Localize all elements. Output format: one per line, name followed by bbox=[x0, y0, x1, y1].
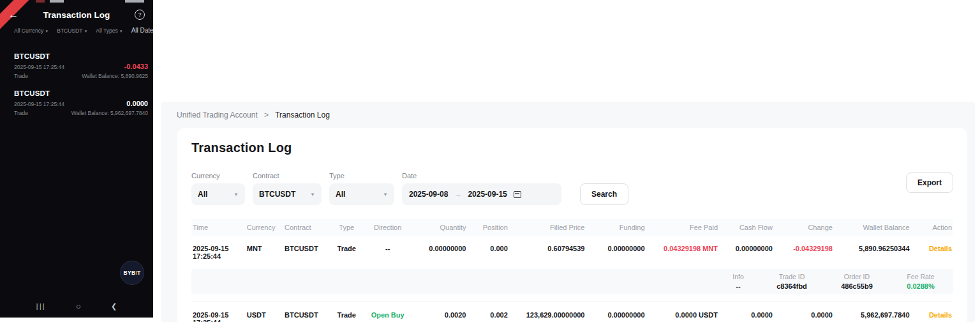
badge-text: T bbox=[137, 270, 141, 276]
cell-cash-flow: 0.0000 bbox=[721, 302, 776, 322]
col-currency[interactable]: Currency bbox=[244, 219, 281, 236]
table-row: 2025-09-15 17:25:44 USDT BTCUSDT Trade O… bbox=[191, 302, 953, 322]
col-change[interactable]: Change bbox=[776, 219, 836, 236]
filter-label: All Dates bbox=[131, 27, 153, 34]
contract-filter-group: Contract BTCUSDT ▼ bbox=[253, 172, 322, 205]
list-item[interactable]: BTCUSDT 2025-09-15 17:25:44 -0.0433 Trad… bbox=[14, 52, 148, 79]
chevron-down-icon: ▼ bbox=[310, 192, 315, 197]
transaction-log-card: Transaction Log Currency All ▼ Contract … bbox=[177, 128, 967, 322]
cell-direction: Open Buy bbox=[364, 302, 412, 322]
mobile-app-panel: Transaction Log ← ? All Currency▼ BTCUSD… bbox=[0, 0, 153, 318]
nav-back-icon[interactable]: ❮ bbox=[111, 302, 117, 310]
col-action[interactable]: Action bbox=[913, 219, 953, 236]
table-detail-row: Info -- Trade ID c8364fbd Order ID 486c5… bbox=[191, 263, 953, 302]
type-filter-group: Type All ▼ bbox=[329, 172, 394, 205]
chevron-down-icon: ▼ bbox=[119, 29, 123, 33]
cell-change: -0.04329198 bbox=[776, 236, 836, 263]
type-value: All bbox=[336, 190, 345, 199]
col-fee-paid[interactable]: Fee Paid bbox=[648, 219, 721, 236]
cell-change: 0.0000 bbox=[776, 302, 836, 322]
recents-icon[interactable]: ||| bbox=[36, 303, 46, 310]
currency-select[interactable]: All ▼ bbox=[191, 183, 245, 205]
date-label: Date bbox=[402, 172, 561, 180]
cell-type: Trade bbox=[330, 236, 364, 263]
mobile-filter-bar: All Currency▼ BTCUSDT▼ All Types▼ All Da… bbox=[0, 27, 153, 34]
col-quantity[interactable]: Quantity bbox=[412, 219, 469, 236]
breadcrumb-parent[interactable]: Unified Trading Account bbox=[177, 111, 258, 119]
contract-label: Contract bbox=[253, 172, 322, 180]
cell-contract: BTCUSDT bbox=[281, 236, 330, 263]
home-icon[interactable]: ○ bbox=[76, 302, 81, 311]
table-row: 2025-09-15 17:25:44 MNT BTCUSDT Trade --… bbox=[191, 236, 953, 263]
help-icon[interactable]: ? bbox=[135, 10, 145, 20]
cell-time: 2025-09-15 17:25:44 bbox=[191, 236, 244, 263]
col-type[interactable]: Type bbox=[330, 219, 364, 236]
entry-change: -0.0433 bbox=[124, 63, 148, 70]
cell-fee-paid: 0.0000 USDT bbox=[648, 302, 721, 322]
entry-time: 2025-09-15 17:25:44 bbox=[14, 64, 64, 70]
cell-direction: -- bbox=[364, 236, 412, 263]
detail-box: Info -- Trade ID c8364fbd Order ID 486c5… bbox=[191, 269, 953, 294]
mobile-page-title: Transaction Log bbox=[0, 10, 153, 20]
filter-label: BTCUSDT bbox=[57, 27, 82, 34]
date-range-input[interactable]: 2025-09-08 → 2025-09-15 bbox=[402, 183, 561, 205]
entry-change: 0.0000 bbox=[126, 100, 148, 107]
search-button[interactable]: Search bbox=[580, 183, 628, 205]
statusbar-fragment bbox=[50, 0, 64, 3]
cell-funding: 0.00000000 bbox=[588, 236, 648, 263]
cell-wallet-balance: 5,962,697.7840 bbox=[836, 302, 913, 322]
details-link[interactable]: Details bbox=[929, 245, 952, 252]
cell-type: Trade bbox=[330, 302, 364, 322]
entry-type: Trade bbox=[14, 110, 28, 116]
filter-label: All Currency bbox=[14, 27, 43, 34]
breadcrumb-separator: > bbox=[264, 111, 269, 119]
entry-symbol: BTCUSDT bbox=[14, 89, 148, 97]
col-funding[interactable]: Funding bbox=[588, 219, 648, 236]
contract-value: BTCUSDT bbox=[259, 190, 295, 199]
list-item[interactable]: BTCUSDT 2025-09-15 17:25:44 0.0000 Trade… bbox=[14, 89, 148, 116]
filter-all-dates[interactable]: All Dates▼ bbox=[131, 27, 153, 34]
col-cash-flow[interactable]: Cash Flow bbox=[721, 219, 776, 236]
transaction-table: Time Currency Contract Type Direction Qu… bbox=[191, 219, 953, 322]
page-title: Transaction Log bbox=[191, 141, 953, 155]
mobile-transaction-list: BTCUSDT 2025-09-15 17:25:44 -0.0433 Trad… bbox=[0, 42, 153, 116]
col-position[interactable]: Position bbox=[469, 219, 510, 236]
entry-type: Trade bbox=[14, 73, 28, 79]
date-end[interactable]: 2025-09-15 bbox=[468, 190, 507, 199]
chevron-down-icon: ▼ bbox=[383, 192, 388, 197]
col-filled-price[interactable]: Filled Price bbox=[511, 219, 588, 236]
entry-wallet-balance: Wallet Balance: 5,962,697.7840 bbox=[71, 110, 148, 116]
mobile-header: Transaction Log ← ? bbox=[0, 5, 153, 24]
detail-trade-id: Trade ID c8364fbd bbox=[759, 273, 824, 290]
col-contract[interactable]: Contract bbox=[281, 219, 330, 236]
filter-all-types[interactable]: All Types▼ bbox=[96, 27, 122, 34]
filter-btcusdt[interactable]: BTCUSDT▼ bbox=[57, 27, 87, 34]
calendar-icon[interactable] bbox=[514, 191, 521, 198]
bybit-floating-badge[interactable]: BYBIT bbox=[120, 261, 144, 285]
col-time[interactable]: Time bbox=[191, 219, 244, 236]
cell-fee-paid: 0.04329198 MNT bbox=[648, 236, 721, 263]
chevron-down-icon: ▼ bbox=[45, 29, 48, 33]
cell-filled-price: 123,629.00000000 bbox=[511, 302, 588, 322]
filter-all-currency[interactable]: All Currency▼ bbox=[14, 27, 48, 34]
export-button[interactable]: Export bbox=[906, 172, 953, 193]
cell-wallet-balance: 5,890.96250344 bbox=[836, 236, 913, 263]
date-start[interactable]: 2025-09-08 bbox=[409, 190, 448, 199]
cell-currency: MNT bbox=[244, 236, 281, 263]
details-link[interactable]: Details bbox=[929, 311, 952, 319]
cell-contract: BTCUSDT bbox=[281, 302, 330, 322]
cell-position: 0.002 bbox=[469, 302, 510, 322]
cell-quantity: 0.00000000 bbox=[412, 236, 469, 263]
desktop-page: Unified Trading Account > Transaction Lo… bbox=[161, 102, 975, 322]
cell-cash-flow: 0.00000000 bbox=[721, 236, 776, 263]
range-arrow-icon: → bbox=[454, 190, 461, 198]
badge-text: BYB bbox=[123, 270, 135, 276]
col-direction[interactable]: Direction bbox=[364, 219, 412, 236]
breadcrumb-current: Transaction Log bbox=[275, 111, 330, 119]
cell-filled-price: 0.60794539 bbox=[511, 236, 588, 263]
type-label: Type bbox=[329, 172, 394, 180]
type-select[interactable]: All ▼ bbox=[329, 183, 394, 205]
android-nav-bar: ||| ○ ❮ bbox=[0, 297, 153, 315]
col-wallet-balance[interactable]: Wallet Balance bbox=[836, 219, 913, 236]
contract-select[interactable]: BTCUSDT ▼ bbox=[253, 183, 322, 205]
